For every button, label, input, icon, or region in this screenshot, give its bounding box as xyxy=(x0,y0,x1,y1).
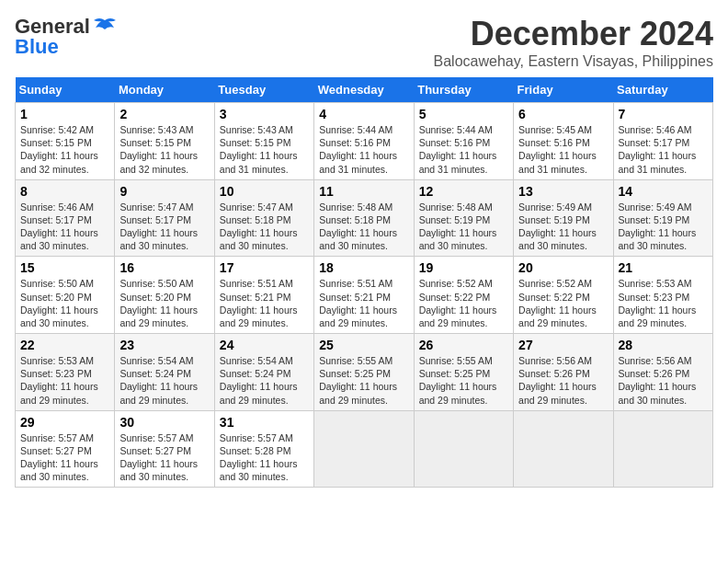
location-subtitle: Balocawehay, Eastern Visayas, Philippine… xyxy=(434,53,713,70)
calendar-cell: 19Sunrise: 5:52 AM Sunset: 5:22 PM Dayli… xyxy=(414,257,513,334)
day-number: 30 xyxy=(119,415,209,430)
day-info: Sunrise: 5:49 AM Sunset: 5:19 PM Dayligh… xyxy=(518,201,608,253)
day-info: Sunrise: 5:47 AM Sunset: 5:18 PM Dayligh… xyxy=(220,201,309,253)
calendar-cell: 8Sunrise: 5:46 AM Sunset: 5:17 PM Daylig… xyxy=(16,179,115,257)
header-thursday: Thursday xyxy=(414,77,513,103)
header-tuesday: Tuesday xyxy=(214,77,313,103)
day-number: 3 xyxy=(220,107,309,121)
month-title: December 2024 xyxy=(434,15,713,53)
day-info: Sunrise: 5:56 AM Sunset: 5:26 PM Dayligh… xyxy=(619,354,708,407)
header-wednesday: Wednesday xyxy=(314,77,414,103)
day-number: 18 xyxy=(319,260,408,275)
calendar-cell: 17Sunrise: 5:51 AM Sunset: 5:21 PM Dayli… xyxy=(214,257,313,334)
calendar-cell xyxy=(613,410,712,488)
day-number: 24 xyxy=(220,338,309,352)
header-monday: Monday xyxy=(115,77,214,103)
day-number: 19 xyxy=(419,260,508,275)
day-number: 10 xyxy=(220,184,309,199)
day-number: 4 xyxy=(319,107,408,121)
calendar-cell: 11Sunrise: 5:48 AM Sunset: 5:18 PM Dayli… xyxy=(314,179,414,257)
calendar-cell: 2Sunrise: 5:43 AM Sunset: 5:15 PM Daylig… xyxy=(115,103,214,180)
calendar-week-row: 22Sunrise: 5:53 AM Sunset: 5:23 PM Dayli… xyxy=(16,334,713,411)
calendar-cell: 4Sunrise: 5:44 AM Sunset: 5:16 PM Daylig… xyxy=(314,103,414,180)
calendar-cell: 20Sunrise: 5:52 AM Sunset: 5:22 PM Dayli… xyxy=(514,257,613,334)
calendar-cell: 21Sunrise: 5:53 AM Sunset: 5:23 PM Dayli… xyxy=(613,257,712,334)
calendar-week-row: 29Sunrise: 5:57 AM Sunset: 5:27 PM Dayli… xyxy=(16,410,713,488)
day-number: 5 xyxy=(419,107,508,121)
calendar-cell: 6Sunrise: 5:45 AM Sunset: 5:16 PM Daylig… xyxy=(514,103,613,180)
calendar-cell xyxy=(414,410,513,488)
day-info: Sunrise: 5:57 AM Sunset: 5:28 PM Dayligh… xyxy=(220,431,309,484)
header-sunday: Sunday xyxy=(16,77,115,103)
day-info: Sunrise: 5:47 AM Sunset: 5:17 PM Dayligh… xyxy=(119,201,209,253)
calendar-cell: 31Sunrise: 5:57 AM Sunset: 5:28 PM Dayli… xyxy=(214,410,313,488)
day-info: Sunrise: 5:53 AM Sunset: 5:23 PM Dayligh… xyxy=(619,277,708,329)
title-block: December 2024 Balocawehay, Eastern Visay… xyxy=(434,15,713,70)
logo-blue: Blue xyxy=(15,35,59,59)
day-number: 27 xyxy=(518,338,608,352)
day-number: 12 xyxy=(419,184,508,199)
day-info: Sunrise: 5:52 AM Sunset: 5:22 PM Dayligh… xyxy=(518,277,608,329)
day-number: 7 xyxy=(619,107,708,121)
calendar-cell: 28Sunrise: 5:56 AM Sunset: 5:26 PM Dayli… xyxy=(613,334,712,411)
calendar-week-row: 15Sunrise: 5:50 AM Sunset: 5:20 PM Dayli… xyxy=(16,257,713,334)
calendar-cell: 29Sunrise: 5:57 AM Sunset: 5:27 PM Dayli… xyxy=(16,410,115,488)
calendar-cell: 23Sunrise: 5:54 AM Sunset: 5:24 PM Dayli… xyxy=(115,334,214,411)
day-number: 25 xyxy=(319,338,408,352)
day-info: Sunrise: 5:50 AM Sunset: 5:20 PM Dayligh… xyxy=(119,277,209,329)
day-info: Sunrise: 5:53 AM Sunset: 5:23 PM Dayligh… xyxy=(20,354,109,407)
day-number: 28 xyxy=(619,338,708,352)
logo-bird-icon xyxy=(92,17,118,37)
day-number: 2 xyxy=(119,107,209,121)
calendar-cell xyxy=(514,410,613,488)
calendar-cell: 7Sunrise: 5:46 AM Sunset: 5:17 PM Daylig… xyxy=(613,103,712,180)
day-info: Sunrise: 5:57 AM Sunset: 5:27 PM Dayligh… xyxy=(20,431,109,484)
calendar-week-row: 1Sunrise: 5:42 AM Sunset: 5:15 PM Daylig… xyxy=(16,103,713,180)
day-info: Sunrise: 5:56 AM Sunset: 5:26 PM Dayligh… xyxy=(518,354,608,407)
calendar-table: SundayMondayTuesdayWednesdayThursdayFrid… xyxy=(15,77,713,488)
calendar-header-row: SundayMondayTuesdayWednesdayThursdayFrid… xyxy=(16,77,713,103)
day-number: 17 xyxy=(220,260,309,275)
logo: General Blue xyxy=(15,15,118,59)
day-info: Sunrise: 5:51 AM Sunset: 5:21 PM Dayligh… xyxy=(220,277,309,329)
day-info: Sunrise: 5:52 AM Sunset: 5:22 PM Dayligh… xyxy=(419,277,508,329)
day-info: Sunrise: 5:46 AM Sunset: 5:17 PM Dayligh… xyxy=(619,123,708,176)
calendar-cell: 30Sunrise: 5:57 AM Sunset: 5:27 PM Dayli… xyxy=(115,410,214,488)
day-info: Sunrise: 5:54 AM Sunset: 5:24 PM Dayligh… xyxy=(220,354,309,407)
day-info: Sunrise: 5:48 AM Sunset: 5:19 PM Dayligh… xyxy=(419,201,508,253)
calendar-cell xyxy=(314,410,414,488)
day-number: 16 xyxy=(119,260,209,275)
calendar-cell: 14Sunrise: 5:49 AM Sunset: 5:19 PM Dayli… xyxy=(613,179,712,257)
day-info: Sunrise: 5:51 AM Sunset: 5:21 PM Dayligh… xyxy=(319,277,408,329)
calendar-cell: 1Sunrise: 5:42 AM Sunset: 5:15 PM Daylig… xyxy=(16,103,115,180)
calendar-week-row: 8Sunrise: 5:46 AM Sunset: 5:17 PM Daylig… xyxy=(16,179,713,257)
day-number: 22 xyxy=(20,338,109,352)
day-number: 29 xyxy=(20,415,109,430)
header-friday: Friday xyxy=(514,77,613,103)
day-info: Sunrise: 5:50 AM Sunset: 5:20 PM Dayligh… xyxy=(20,277,109,329)
day-info: Sunrise: 5:44 AM Sunset: 5:16 PM Dayligh… xyxy=(319,123,408,176)
day-number: 31 xyxy=(220,415,309,430)
calendar-cell: 15Sunrise: 5:50 AM Sunset: 5:20 PM Dayli… xyxy=(16,257,115,334)
day-info: Sunrise: 5:57 AM Sunset: 5:27 PM Dayligh… xyxy=(119,431,209,484)
calendar-cell: 10Sunrise: 5:47 AM Sunset: 5:18 PM Dayli… xyxy=(214,179,313,257)
calendar-cell: 27Sunrise: 5:56 AM Sunset: 5:26 PM Dayli… xyxy=(514,334,613,411)
calendar-cell: 13Sunrise: 5:49 AM Sunset: 5:19 PM Dayli… xyxy=(514,179,613,257)
day-info: Sunrise: 5:54 AM Sunset: 5:24 PM Dayligh… xyxy=(119,354,209,407)
calendar-cell: 9Sunrise: 5:47 AM Sunset: 5:17 PM Daylig… xyxy=(115,179,214,257)
day-info: Sunrise: 5:55 AM Sunset: 5:25 PM Dayligh… xyxy=(319,354,408,407)
page-header: General Blue December 2024 Balocawehay, … xyxy=(15,15,713,70)
calendar-cell: 3Sunrise: 5:43 AM Sunset: 5:15 PM Daylig… xyxy=(214,103,313,180)
day-info: Sunrise: 5:49 AM Sunset: 5:19 PM Dayligh… xyxy=(619,201,708,253)
header-saturday: Saturday xyxy=(613,77,712,103)
day-info: Sunrise: 5:43 AM Sunset: 5:15 PM Dayligh… xyxy=(119,123,209,176)
calendar-cell: 24Sunrise: 5:54 AM Sunset: 5:24 PM Dayli… xyxy=(214,334,313,411)
day-number: 26 xyxy=(419,338,508,352)
day-number: 14 xyxy=(619,184,708,199)
day-info: Sunrise: 5:44 AM Sunset: 5:16 PM Dayligh… xyxy=(419,123,508,176)
calendar-cell: 5Sunrise: 5:44 AM Sunset: 5:16 PM Daylig… xyxy=(414,103,513,180)
day-number: 13 xyxy=(518,184,608,199)
day-info: Sunrise: 5:43 AM Sunset: 5:15 PM Dayligh… xyxy=(220,123,309,176)
day-info: Sunrise: 5:42 AM Sunset: 5:15 PM Dayligh… xyxy=(20,123,109,176)
calendar-cell: 12Sunrise: 5:48 AM Sunset: 5:19 PM Dayli… xyxy=(414,179,513,257)
